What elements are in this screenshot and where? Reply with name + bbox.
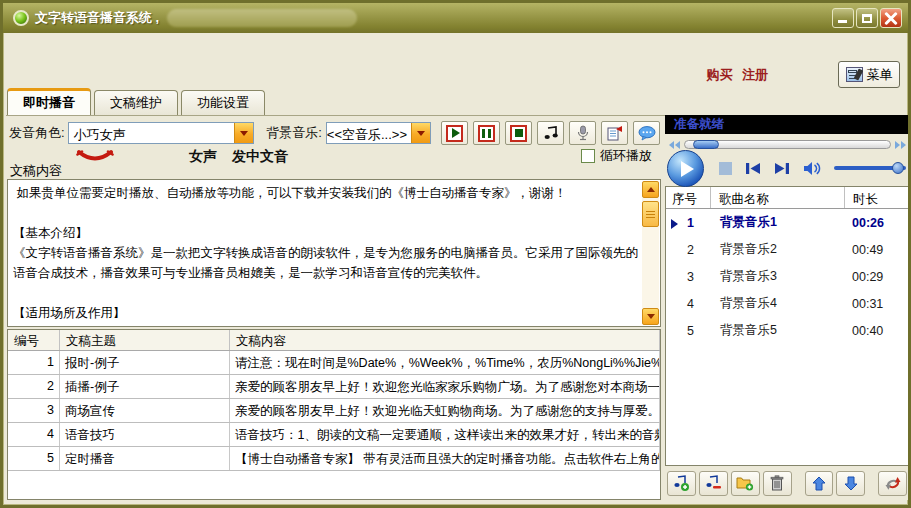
table-row[interactable]: 1 报时-例子 请注意：现在时间是%Date%，%Week%，%Time%，农历… [8, 351, 660, 375]
playlist-item[interactable]: 3 背景音乐3 00:29 [666, 263, 909, 290]
broadcast-panel: 发音角色: 小巧女声 背景音乐: <<空音乐...>> [6, 116, 662, 500]
tab-instant-broadcast[interactable]: 即时播音 [7, 88, 91, 115]
voice-gender-label: 女声 [189, 148, 217, 166]
playlist-item[interactable]: 2 背景音乐2 00:49 [666, 236, 909, 263]
minimize-icon [838, 20, 847, 23]
col-header-song-name[interactable]: 歌曲名称 [710, 187, 844, 208]
player-controls [665, 134, 910, 186]
next-track-button[interactable] [774, 162, 790, 175]
remove-song-button[interactable] [699, 471, 728, 496]
loop-playback-option[interactable]: 循环播放 [581, 147, 652, 165]
clear-list-button[interactable] [763, 471, 792, 496]
seek-thumb[interactable] [693, 140, 719, 149]
add-folder-button[interactable] [731, 471, 760, 496]
volume-slider[interactable] [834, 166, 906, 170]
voice-dropdown-button[interactable] [234, 123, 253, 143]
buy-link[interactable]: 购买 [706, 67, 732, 82]
scroll-up-button[interactable] [642, 181, 659, 198]
col-header-number[interactable]: 编号 [8, 330, 60, 350]
playlist-toolbar [665, 466, 910, 500]
player-play-button[interactable] [667, 150, 704, 187]
previous-track-button[interactable] [745, 162, 761, 175]
voice-role-select[interactable]: 小巧女声 [68, 122, 255, 144]
register-link[interactable]: 注册 [742, 67, 768, 82]
col-header-topic[interactable]: 文稿主题 [60, 330, 230, 350]
document-text[interactable]: 如果贵单位需要定时播放、自动播放等功能，可以下载并安装我们的《博士自动播音专家》… [13, 183, 639, 324]
fast-forward-icon[interactable] [895, 141, 906, 149]
bg-music-select[interactable]: <<空音乐...>> [326, 122, 431, 144]
row-topic: 商场宣传 [60, 399, 230, 422]
seek-slider[interactable] [684, 140, 891, 149]
row-topic: 报时-例子 [60, 351, 230, 374]
trash-icon [770, 475, 784, 491]
menu-button[interactable]: 菜单 [838, 61, 900, 88]
redacted-region [167, 9, 357, 27]
col-header-content[interactable]: 文稿内容 [230, 330, 660, 350]
document-textarea[interactable]: 如果贵单位需要定时播放、自动播放等功能，可以下载并安装我们的《博士自动播音专家》… [7, 179, 661, 327]
close-button[interactable] [880, 8, 902, 28]
close-icon [881, 9, 901, 27]
song-name: 背景音乐4 [710, 295, 844, 312]
playlist-item[interactable]: 5 背景音乐5 00:40 [666, 317, 909, 344]
insert-doc-button[interactable] [601, 121, 628, 145]
add-song-button[interactable] [667, 471, 696, 496]
move-up-button[interactable] [805, 471, 834, 496]
loop-mode-button[interactable] [878, 471, 907, 496]
music-dropdown-button[interactable] [411, 123, 430, 143]
song-index: 3 [666, 270, 710, 284]
song-duration: 00:26 [844, 216, 909, 230]
table-row[interactable]: 4 语音技巧 语音技巧：1、朗读的文稿一定要通顺，这样读出来的效果才好，转出来的… [8, 423, 660, 447]
volume-thumb[interactable] [892, 162, 904, 174]
chevron-down-icon [417, 131, 425, 136]
row-number: 1 [8, 351, 60, 374]
speech-button[interactable] [633, 121, 660, 145]
pause-button[interactable] [473, 121, 500, 145]
loop-checkbox[interactable] [581, 149, 595, 163]
record-button[interactable] [569, 121, 596, 145]
export-audio-button[interactable] [537, 121, 564, 145]
song-duration: 00:40 [844, 324, 909, 338]
row-number: 4 [8, 423, 60, 446]
titlebar: 文字转语音播音系统 , [3, 3, 908, 33]
col-header-duration[interactable]: 时长 [844, 187, 909, 208]
minimize-button[interactable] [832, 8, 854, 28]
music-note-icon [543, 125, 559, 141]
tab-document-maintenance[interactable]: 文稿维护 [94, 90, 178, 115]
smile-icon [76, 149, 114, 163]
add-music-icon [673, 475, 690, 492]
table-row[interactable]: 5 定时播音 【博士自动播音专家】 带有灵活而且强大的定时播音功能。点击软件右上… [8, 447, 660, 471]
stop-button[interactable] [505, 121, 532, 145]
row-content: 请注意：现在时间是%Date%，%Week%，%Time%，农历%NongLi%… [230, 351, 660, 374]
playlist-item[interactable]: 1 背景音乐1 00:26 [666, 209, 909, 236]
move-down-button[interactable] [836, 471, 865, 496]
row-topic: 语音技巧 [60, 423, 230, 446]
arrow-down-icon [647, 314, 655, 319]
maximize-button[interactable] [856, 8, 878, 28]
playlist-item[interactable]: 4 背景音乐4 00:31 [666, 290, 909, 317]
col-header-index[interactable]: 序号 [666, 187, 710, 208]
rewind-icon[interactable] [669, 141, 680, 149]
row-content: 亲爱的顾客朋友早上好！欢迎您光临家家乐购物广场。为了感谢您对本商场一直 [230, 375, 660, 398]
table-row[interactable]: 3 商场宣传 亲爱的顾客朋友早上好！欢迎光临天虹购物商场。为了感谢您的支持与厚爱… [8, 399, 660, 423]
row-number: 3 [8, 399, 60, 422]
song-index: 4 [666, 297, 710, 311]
player-stop-button[interactable] [719, 162, 732, 175]
voice-music-row: 发音角色: 小巧女声 背景音乐: <<空音乐...>> [9, 121, 660, 145]
textarea-scrollbar[interactable] [642, 181, 659, 325]
app-icon [13, 10, 29, 26]
song-index: 2 [666, 243, 710, 257]
notepad-pencil-icon [846, 67, 863, 82]
tab-function-settings[interactable]: 功能设置 [181, 90, 265, 115]
play-icon [446, 125, 463, 142]
buy-register-links: 购买 注册 [700, 66, 768, 84]
mute-button[interactable] [803, 161, 822, 176]
document-table-header: 编号 文稿主题 文稿内容 [8, 330, 660, 351]
table-row[interactable]: 2 插播-例子 亲爱的顾客朋友早上好！欢迎您光临家家乐购物广场。为了感谢您对本商… [8, 375, 660, 399]
play-button[interactable] [441, 121, 468, 145]
voice-language-label: 发中文音 [232, 148, 288, 166]
voice-role-label: 发音角色: [9, 124, 65, 142]
scrollbar-thumb[interactable] [642, 201, 659, 227]
window-controls [832, 8, 902, 28]
scroll-down-button[interactable] [642, 308, 659, 325]
row-number: 2 [8, 375, 60, 398]
